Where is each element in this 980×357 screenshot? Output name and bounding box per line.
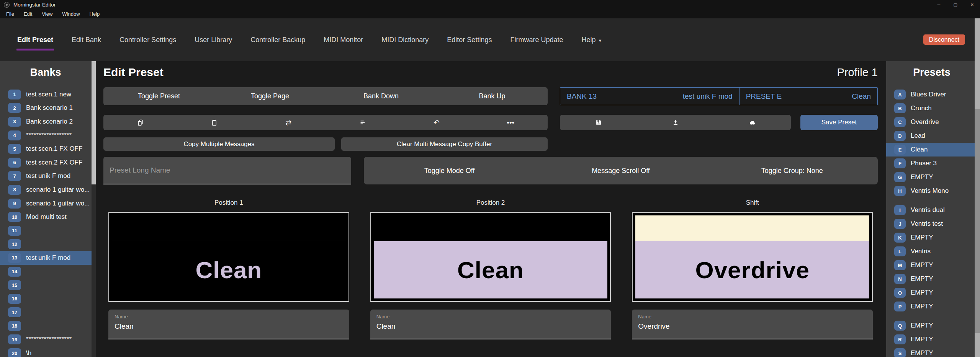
preset-item-A[interactable]: ABlues Driver bbox=[886, 88, 980, 101]
tab-controller-settings[interactable]: Controller Settings bbox=[119, 36, 176, 44]
tab-midi-monitor[interactable]: MIDI Monitor bbox=[324, 36, 363, 44]
preset-item-D[interactable]: DLead bbox=[886, 129, 980, 143]
bank-item-12[interactable]: 12 bbox=[0, 238, 96, 251]
badge: F bbox=[894, 158, 906, 168]
minimize-icon[interactable]: ─ bbox=[937, 2, 941, 7]
bank-item-3[interactable]: 3Bank scenario 2 bbox=[0, 115, 96, 129]
preset-item-J[interactable]: JVentris test bbox=[886, 217, 980, 231]
copy-icon[interactable] bbox=[133, 119, 148, 126]
tab-midi-dictionary[interactable]: MIDI Dictionary bbox=[381, 36, 429, 44]
position-1-display[interactable]: Clean bbox=[108, 212, 349, 302]
toggle-page-button[interactable]: Toggle Page bbox=[214, 87, 326, 105]
title-bar: Morningstar Editor ─ ▢ ✕ bbox=[0, 0, 980, 9]
position-1-display-text: Clean bbox=[195, 256, 262, 284]
bank-item-14[interactable]: 14 bbox=[0, 265, 96, 279]
window-scrollbar-thumb[interactable] bbox=[975, 109, 980, 333]
preset-item-F[interactable]: FPhaser 3 bbox=[886, 156, 980, 170]
preset-item-I[interactable]: IVentris dual bbox=[886, 203, 980, 217]
bank-item-15[interactable]: 15 bbox=[0, 278, 96, 292]
bank-item-16[interactable]: 16 bbox=[0, 292, 96, 306]
row-label: Mod multi test bbox=[26, 213, 67, 221]
tab-edit-bank[interactable]: Edit Bank bbox=[72, 36, 101, 44]
save-icon[interactable] bbox=[591, 119, 606, 126]
close-icon[interactable]: ✕ bbox=[970, 2, 974, 7]
preset-item-S[interactable]: SEMPTY bbox=[886, 346, 980, 357]
row-label: EMPTY bbox=[911, 234, 933, 241]
row-label: scenario 1 guitar wo... bbox=[26, 186, 90, 194]
toggle-mode-button[interactable]: Toggle Mode Off bbox=[364, 157, 535, 184]
preset-item-E[interactable]: EClean bbox=[886, 143, 980, 156]
badge: B bbox=[894, 103, 906, 113]
edit-preset-panel: Edit Preset Profile 1 Toggle Preset Togg… bbox=[96, 61, 886, 357]
preset-item-Q[interactable]: QEMPTY bbox=[886, 319, 980, 333]
bank-item-10[interactable]: 10Mod multi test bbox=[0, 210, 96, 224]
bank-down-button[interactable]: Bank Down bbox=[326, 87, 437, 105]
paste-icon[interactable] bbox=[207, 119, 222, 126]
preset-item-L[interactable]: LVentris bbox=[886, 245, 980, 258]
tab-editor-settings[interactable]: Editor Settings bbox=[447, 36, 492, 44]
preset-item-K[interactable]: KEMPTY bbox=[886, 231, 980, 245]
bank-item-9[interactable]: 9scenario 1 guitar wo... bbox=[0, 197, 96, 210]
bank-item-8[interactable]: 8scenario 1 guitar wo... bbox=[0, 183, 96, 197]
badge: G bbox=[894, 172, 906, 182]
position-2-name-input[interactable]: Name Clean bbox=[370, 310, 611, 339]
bank-item-1[interactable]: 1test scen.1 new bbox=[0, 88, 96, 101]
preset-item-O[interactable]: OEMPTY bbox=[886, 286, 980, 300]
bank-item-5[interactable]: 5test scen.1 FX OFF bbox=[0, 142, 96, 156]
menu-edit[interactable]: Edit bbox=[24, 11, 32, 17]
bank-item-17[interactable]: 17 bbox=[0, 306, 96, 320]
toggle-preset-button[interactable]: Toggle Preset bbox=[103, 87, 214, 105]
list-icon[interactable] bbox=[355, 119, 370, 126]
bank-item-19[interactable]: 19****************** bbox=[0, 333, 96, 347]
preset-long-name-input[interactable]: Preset Long Name bbox=[103, 157, 351, 184]
tab-firmware-update[interactable]: Firmware Update bbox=[510, 36, 563, 44]
bank-item-2[interactable]: 2Bank scenario 1 bbox=[0, 101, 96, 115]
preset-item-N[interactable]: NEMPTY bbox=[886, 272, 980, 286]
swap-icon[interactable]: ⇄ bbox=[281, 119, 296, 126]
bank-item-6[interactable]: 6test scen.2 FX OFF bbox=[0, 156, 96, 170]
message-scroll-button[interactable]: Message Scroll Off bbox=[535, 157, 706, 184]
shift-name-input[interactable]: Name Overdrive bbox=[632, 310, 873, 339]
bank-item-7[interactable]: 7test unik F mod bbox=[0, 170, 96, 183]
page-title: Edit Preset bbox=[103, 66, 164, 79]
cloud-icon[interactable] bbox=[745, 119, 760, 126]
menu-file[interactable]: File bbox=[6, 11, 14, 17]
undo-icon[interactable]: ↶ bbox=[429, 119, 444, 126]
bank-item-18[interactable]: 18 bbox=[0, 319, 96, 333]
preset-item-G[interactable]: GEMPTY bbox=[886, 170, 980, 184]
preset-item-C[interactable]: COverdrive bbox=[886, 115, 980, 129]
shift-display[interactable]: Overdrive bbox=[632, 212, 873, 302]
position-1-name-input[interactable]: Name Clean bbox=[108, 310, 349, 339]
preset-item-P[interactable]: PEMPTY bbox=[886, 300, 980, 313]
menu-view[interactable]: View bbox=[42, 11, 52, 17]
window-scrollbar[interactable] bbox=[975, 18, 980, 357]
preset-item-B[interactable]: BCrunch bbox=[886, 101, 980, 115]
copy-multiple-messages-button[interactable]: Copy Multiple Messages bbox=[103, 137, 335, 151]
row-label: Crunch bbox=[911, 104, 932, 112]
menu-window[interactable]: Window bbox=[62, 11, 80, 17]
clear-copy-buffer-button[interactable]: Clear Multi Message Copy Buffer bbox=[341, 137, 548, 151]
upload-icon[interactable] bbox=[668, 119, 683, 126]
more-icon[interactable]: ••• bbox=[503, 119, 518, 126]
bank-item-4[interactable]: 4****************** bbox=[0, 129, 96, 142]
tab-controller-backup[interactable]: Controller Backup bbox=[250, 36, 305, 44]
disconnect-button[interactable]: Disconnect bbox=[923, 34, 965, 45]
banks-scrollbar-thumb[interactable] bbox=[92, 61, 96, 184]
maximize-icon[interactable]: ▢ bbox=[953, 2, 957, 7]
bank-up-button[interactable]: Bank Up bbox=[437, 87, 548, 105]
menu-help[interactable]: Help bbox=[90, 11, 100, 17]
tab-user-library[interactable]: User Library bbox=[195, 36, 232, 44]
bank-item-20[interactable]: 20\h bbox=[0, 346, 96, 357]
tab-edit-preset[interactable]: Edit Preset bbox=[17, 36, 53, 44]
banks-scrollbar[interactable] bbox=[92, 61, 96, 357]
preset-item-R[interactable]: REMPTY bbox=[886, 333, 980, 346]
preset-item-M[interactable]: MEMPTY bbox=[886, 258, 980, 272]
tab-help[interactable]: Help▼ bbox=[581, 36, 602, 44]
bank-item-13[interactable]: 13test unik F mod bbox=[0, 251, 96, 265]
save-preset-button[interactable]: Save Preset bbox=[800, 115, 878, 130]
bank-number-label: BANK 13 bbox=[567, 92, 597, 101]
toggle-group-button[interactable]: Toggle Group: None bbox=[707, 157, 878, 184]
position-2-display[interactable]: Clean bbox=[370, 212, 611, 302]
bank-item-11[interactable]: 11 bbox=[0, 224, 96, 238]
preset-item-H[interactable]: HVentris Mono bbox=[886, 184, 980, 198]
